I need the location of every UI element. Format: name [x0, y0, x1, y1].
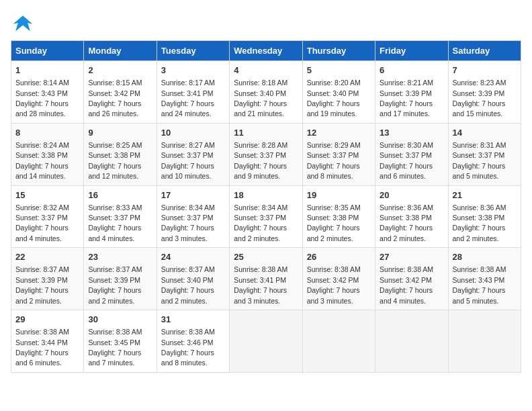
- day-number: 16: [88, 189, 152, 201]
- day-info: Sunrise: 8:31 AMSunset: 3:37 PMDaylight:…: [453, 141, 506, 180]
- day-number: 26: [307, 251, 371, 263]
- day-number: 27: [380, 251, 443, 263]
- day-number: 17: [161, 189, 225, 201]
- calendar-cell: 3 Sunrise: 8:17 AMSunset: 3:41 PMDayligh…: [157, 61, 229, 124]
- calendar-cell: 20 Sunrise: 8:36 AMSunset: 3:38 PMDaylig…: [375, 185, 448, 248]
- day-number: 2: [88, 64, 152, 77]
- day-info: Sunrise: 8:37 AMSunset: 3:39 PMDaylight:…: [88, 265, 142, 304]
- day-number: 30: [88, 314, 152, 326]
- day-info: Sunrise: 8:34 AMSunset: 3:37 PMDaylight:…: [161, 203, 215, 242]
- calendar-cell: 6 Sunrise: 8:21 AMSunset: 3:39 PMDayligh…: [375, 61, 448, 124]
- day-number: 20: [380, 189, 443, 201]
- day-info: Sunrise: 8:37 AMSunset: 3:39 PMDaylight:…: [15, 265, 69, 304]
- logo-icon: [11, 11, 35, 35]
- calendar-cell: 23 Sunrise: 8:37 AMSunset: 3:39 PMDaylig…: [84, 248, 157, 310]
- day-number: 22: [15, 251, 79, 263]
- day-info: Sunrise: 8:35 AMSunset: 3:38 PMDaylight:…: [307, 203, 361, 242]
- day-number: 19: [307, 189, 371, 201]
- calendar-table: SundayMondayTuesdayWednesdayThursdayFrid…: [11, 40, 521, 373]
- calendar-cell: 19 Sunrise: 8:35 AMSunset: 3:38 PMDaylig…: [302, 185, 375, 248]
- day-info: Sunrise: 8:36 AMSunset: 3:38 PMDaylight:…: [380, 203, 433, 242]
- day-number: 13: [380, 127, 443, 139]
- day-info: Sunrise: 8:28 AMSunset: 3:37 PMDaylight:…: [234, 141, 287, 180]
- page-header: [11, 11, 521, 35]
- day-number: 7: [453, 64, 517, 77]
- day-number: 6: [380, 64, 443, 77]
- day-info: Sunrise: 8:27 AMSunset: 3:37 PMDaylight:…: [161, 141, 215, 180]
- day-info: Sunrise: 8:18 AMSunset: 3:40 PMDaylight:…: [234, 79, 287, 118]
- calendar-cell: 24 Sunrise: 8:37 AMSunset: 3:40 PMDaylig…: [157, 248, 229, 310]
- calendar-cell: 28 Sunrise: 8:38 AMSunset: 3:43 PMDaylig…: [448, 248, 521, 310]
- calendar-cell: 21 Sunrise: 8:36 AMSunset: 3:38 PMDaylig…: [448, 185, 521, 248]
- calendar-cell: 25 Sunrise: 8:38 AMSunset: 3:41 PMDaylig…: [230, 248, 302, 310]
- day-info: Sunrise: 8:29 AMSunset: 3:37 PMDaylight:…: [307, 141, 361, 180]
- calendar-cell: 29 Sunrise: 8:38 AMSunset: 3:44 PMDaylig…: [11, 310, 84, 373]
- day-info: Sunrise: 8:33 AMSunset: 3:37 PMDaylight:…: [88, 203, 142, 242]
- calendar-cell: 30 Sunrise: 8:38 AMSunset: 3:45 PMDaylig…: [84, 310, 157, 373]
- day-info: Sunrise: 8:38 AMSunset: 3:42 PMDaylight:…: [380, 265, 433, 304]
- day-number: 10: [161, 127, 225, 139]
- day-number: 29: [15, 314, 79, 326]
- calendar-cell: [230, 310, 302, 373]
- calendar-cell: 4 Sunrise: 8:18 AMSunset: 3:40 PMDayligh…: [230, 61, 302, 124]
- calendar-cell: 11 Sunrise: 8:28 AMSunset: 3:37 PMDaylig…: [230, 123, 302, 185]
- calendar-cell: 18 Sunrise: 8:34 AMSunset: 3:37 PMDaylig…: [230, 185, 302, 248]
- day-info: Sunrise: 8:23 AMSunset: 3:39 PMDaylight:…: [453, 79, 506, 118]
- day-info: Sunrise: 8:38 AMSunset: 3:44 PMDaylight:…: [15, 328, 69, 367]
- header-wednesday: Wednesday: [230, 41, 302, 61]
- day-info: Sunrise: 8:38 AMSunset: 3:43 PMDaylight:…: [453, 265, 506, 304]
- svg-marker-0: [13, 15, 33, 31]
- calendar-cell: 15 Sunrise: 8:32 AMSunset: 3:37 PMDaylig…: [11, 185, 84, 248]
- calendar-cell: 5 Sunrise: 8:20 AMSunset: 3:40 PMDayligh…: [302, 61, 375, 124]
- calendar-cell: 27 Sunrise: 8:38 AMSunset: 3:42 PMDaylig…: [375, 248, 448, 310]
- day-number: 5: [307, 64, 371, 77]
- day-info: Sunrise: 8:36 AMSunset: 3:38 PMDaylight:…: [453, 203, 506, 242]
- calendar-cell: [448, 310, 521, 373]
- calendar-week-3: 15 Sunrise: 8:32 AMSunset: 3:37 PMDaylig…: [11, 185, 521, 248]
- day-info: Sunrise: 8:34 AMSunset: 3:37 PMDaylight:…: [234, 203, 287, 242]
- calendar-cell: 17 Sunrise: 8:34 AMSunset: 3:37 PMDaylig…: [157, 185, 229, 248]
- header-friday: Friday: [375, 41, 448, 61]
- calendar-cell: 12 Sunrise: 8:29 AMSunset: 3:37 PMDaylig…: [302, 123, 375, 185]
- header-monday: Monday: [84, 41, 157, 61]
- calendar-cell: 8 Sunrise: 8:24 AMSunset: 3:38 PMDayligh…: [11, 123, 84, 185]
- day-info: Sunrise: 8:38 AMSunset: 3:46 PMDaylight:…: [161, 328, 215, 367]
- header-sunday: Sunday: [11, 41, 84, 61]
- logo: [11, 11, 38, 35]
- calendar-cell: 1 Sunrise: 8:14 AMSunset: 3:43 PMDayligh…: [11, 61, 84, 124]
- calendar-cell: 22 Sunrise: 8:37 AMSunset: 3:39 PMDaylig…: [11, 248, 84, 310]
- calendar-cell: 10 Sunrise: 8:27 AMSunset: 3:37 PMDaylig…: [157, 123, 229, 185]
- calendar-week-1: 1 Sunrise: 8:14 AMSunset: 3:43 PMDayligh…: [11, 61, 521, 124]
- day-number: 3: [161, 64, 225, 77]
- calendar-header-row: SundayMondayTuesdayWednesdayThursdayFrid…: [11, 41, 521, 61]
- day-number: 24: [161, 251, 225, 263]
- day-number: 4: [234, 64, 298, 77]
- calendar-week-4: 22 Sunrise: 8:37 AMSunset: 3:39 PMDaylig…: [11, 248, 521, 310]
- day-info: Sunrise: 8:38 AMSunset: 3:42 PMDaylight:…: [307, 265, 361, 304]
- day-info: Sunrise: 8:38 AMSunset: 3:45 PMDaylight:…: [88, 328, 142, 367]
- day-info: Sunrise: 8:25 AMSunset: 3:38 PMDaylight:…: [88, 141, 142, 180]
- calendar-cell: 7 Sunrise: 8:23 AMSunset: 3:39 PMDayligh…: [448, 61, 521, 124]
- day-number: 9: [88, 127, 152, 139]
- day-number: 31: [161, 314, 225, 326]
- day-info: Sunrise: 8:14 AMSunset: 3:43 PMDaylight:…: [15, 79, 69, 118]
- day-number: 11: [234, 127, 298, 139]
- calendar-cell: [302, 310, 375, 373]
- day-number: 21: [453, 189, 517, 201]
- day-info: Sunrise: 8:38 AMSunset: 3:41 PMDaylight:…: [234, 265, 287, 304]
- calendar-cell: 2 Sunrise: 8:15 AMSunset: 3:42 PMDayligh…: [84, 61, 157, 124]
- day-number: 18: [234, 189, 298, 201]
- day-number: 25: [234, 251, 298, 263]
- day-info: Sunrise: 8:32 AMSunset: 3:37 PMDaylight:…: [15, 203, 69, 242]
- day-number: 28: [453, 251, 517, 263]
- day-info: Sunrise: 8:15 AMSunset: 3:42 PMDaylight:…: [88, 79, 142, 118]
- calendar-cell: 14 Sunrise: 8:31 AMSunset: 3:37 PMDaylig…: [448, 123, 521, 185]
- calendar-cell: 16 Sunrise: 8:33 AMSunset: 3:37 PMDaylig…: [84, 185, 157, 248]
- calendar-cell: 26 Sunrise: 8:38 AMSunset: 3:42 PMDaylig…: [302, 248, 375, 310]
- calendar-week-5: 29 Sunrise: 8:38 AMSunset: 3:44 PMDaylig…: [11, 310, 521, 373]
- day-number: 14: [453, 127, 517, 139]
- calendar-week-2: 8 Sunrise: 8:24 AMSunset: 3:38 PMDayligh…: [11, 123, 521, 185]
- calendar-cell: 13 Sunrise: 8:30 AMSunset: 3:37 PMDaylig…: [375, 123, 448, 185]
- day-info: Sunrise: 8:24 AMSunset: 3:38 PMDaylight:…: [15, 141, 69, 180]
- header-tuesday: Tuesday: [157, 41, 229, 61]
